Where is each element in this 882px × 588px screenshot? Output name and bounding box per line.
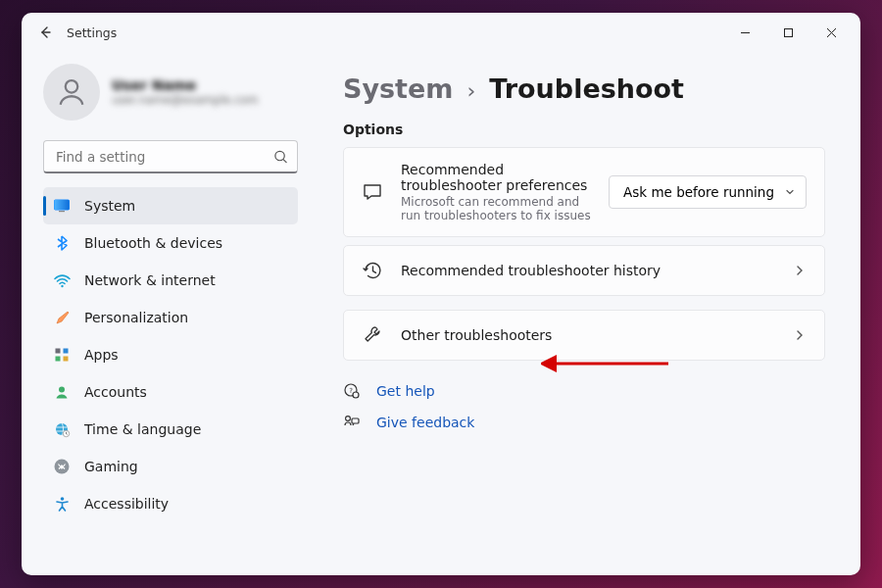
app-title: Settings	[67, 25, 117, 40]
dropdown-value: Ask me before running	[623, 184, 774, 200]
get-help-row: ? Get help	[343, 382, 825, 400]
card-title: Recommended troubleshooter preferences	[401, 162, 591, 193]
brush-icon	[53, 309, 71, 326]
profile-email: user.name@example.com	[112, 94, 259, 108]
search-icon	[273, 150, 288, 165]
profile-text: User Name user.name@example.com	[112, 77, 259, 108]
nav-label: Apps	[84, 347, 119, 363]
sidebar-item-system[interactable]: System	[43, 187, 298, 224]
sidebar-item-accessibility[interactable]: Accessibility	[43, 485, 298, 522]
svg-rect-20	[352, 418, 359, 423]
nav-label: Bluetooth & devices	[84, 235, 222, 251]
svg-text:?: ?	[349, 387, 353, 395]
nav-label: Network & internet	[84, 272, 216, 288]
card-other-troubleshooters[interactable]: Other troubleshooters	[343, 310, 825, 361]
maximize-icon	[783, 27, 794, 38]
account-icon	[53, 383, 71, 401]
help-icon: ?	[343, 382, 361, 400]
svg-rect-0	[784, 28, 792, 36]
sidebar-item-time[interactable]: Time & language	[43, 411, 298, 448]
svg-point-15	[60, 497, 64, 501]
close-button[interactable]	[809, 17, 853, 48]
give-feedback-link[interactable]: Give feedback	[376, 415, 474, 430]
breadcrumb-parent[interactable]: System	[343, 74, 453, 104]
breadcrumb: System › Troubleshoot	[343, 74, 825, 104]
wifi-icon	[53, 271, 71, 289]
minimize-icon	[740, 27, 751, 38]
help-links: ? Get help Give feedback	[343, 382, 825, 431]
window-controls	[723, 17, 853, 48]
svg-rect-8	[64, 349, 69, 354]
apps-icon	[53, 346, 71, 364]
feedback-icon	[343, 414, 361, 431]
svg-rect-4	[55, 200, 70, 210]
back-button[interactable]	[29, 17, 61, 48]
sidebar-item-gaming[interactable]: Gaming	[43, 448, 298, 485]
accessibility-icon	[53, 495, 71, 513]
history-icon	[362, 260, 383, 281]
svg-rect-7	[56, 349, 61, 354]
svg-point-14	[55, 460, 70, 474]
chevron-down-icon	[784, 186, 796, 198]
nav-label: Accessibility	[84, 496, 169, 512]
card-title: Recommended troubleshooter history	[401, 263, 775, 278]
nav-label: Gaming	[84, 459, 138, 474]
sidebar: User Name user.name@example.com System B…	[22, 52, 316, 575]
gaming-icon	[53, 458, 71, 475]
person-icon	[55, 75, 88, 109]
nav-label: Personalization	[84, 310, 188, 325]
profile-name: User Name	[112, 77, 259, 94]
card-troubleshooter-prefs[interactable]: Recommended troubleshooter preferences M…	[343, 147, 825, 237]
svg-point-19	[346, 416, 351, 421]
maximize-button[interactable]	[766, 17, 809, 48]
globe-clock-icon	[53, 420, 71, 438]
svg-point-11	[59, 387, 65, 393]
svg-point-1	[66, 80, 77, 92]
chevron-right-icon	[793, 264, 807, 277]
nav-label: System	[84, 198, 135, 214]
card-text: Recommended troubleshooter history	[401, 263, 775, 278]
titlebar: Settings	[22, 13, 860, 52]
window-body: User Name user.name@example.com System B…	[22, 52, 860, 575]
sidebar-item-accounts[interactable]: Accounts	[43, 373, 298, 411]
svg-point-6	[61, 284, 63, 286]
card-subtitle: Microsoft can recommend and run troubles…	[401, 195, 591, 222]
svg-rect-10	[64, 357, 69, 362]
get-help-link[interactable]: Get help	[376, 383, 435, 399]
profile[interactable]: User Name user.name@example.com	[43, 64, 298, 121]
chat-icon	[362, 181, 383, 203]
search-input[interactable]	[43, 140, 298, 173]
card-troubleshooter-history[interactable]: Recommended troubleshooter history	[343, 245, 825, 296]
card-title: Other troubleshooters	[401, 327, 775, 343]
minimize-button[interactable]	[723, 17, 766, 48]
bluetooth-icon	[53, 234, 71, 252]
display-icon	[53, 197, 71, 215]
main: System › Troubleshoot Options Recommende…	[316, 52, 860, 575]
nav-label: Time & language	[84, 421, 201, 437]
feedback-row: Give feedback	[343, 414, 825, 431]
nav: System Bluetooth & devices Network & int…	[43, 187, 298, 522]
back-arrow-icon	[37, 24, 53, 40]
sidebar-item-apps[interactable]: Apps	[43, 336, 298, 373]
svg-rect-9	[56, 357, 61, 362]
svg-rect-5	[59, 211, 65, 212]
sidebar-item-network[interactable]: Network & internet	[43, 262, 298, 299]
card-text: Recommended troubleshooter preferences M…	[401, 162, 591, 222]
search	[43, 140, 298, 173]
svg-point-17	[353, 392, 359, 398]
wrench-icon	[362, 324, 383, 346]
settings-window: Settings User Name user.name@example.co	[22, 13, 860, 575]
sidebar-item-bluetooth[interactable]: Bluetooth & devices	[43, 224, 298, 262]
nav-label: Accounts	[84, 384, 147, 400]
sidebar-item-personalization[interactable]: Personalization	[43, 299, 298, 336]
chevron-right-icon: ›	[466, 78, 475, 103]
close-icon	[826, 27, 837, 38]
chevron-right-icon	[793, 328, 807, 342]
svg-point-2	[275, 151, 284, 160]
prefs-dropdown[interactable]: Ask me before running	[609, 175, 807, 209]
card-text: Other troubleshooters	[401, 327, 775, 343]
section-label: Options	[343, 122, 825, 137]
avatar	[43, 64, 100, 121]
page-title: Troubleshoot	[489, 74, 684, 104]
